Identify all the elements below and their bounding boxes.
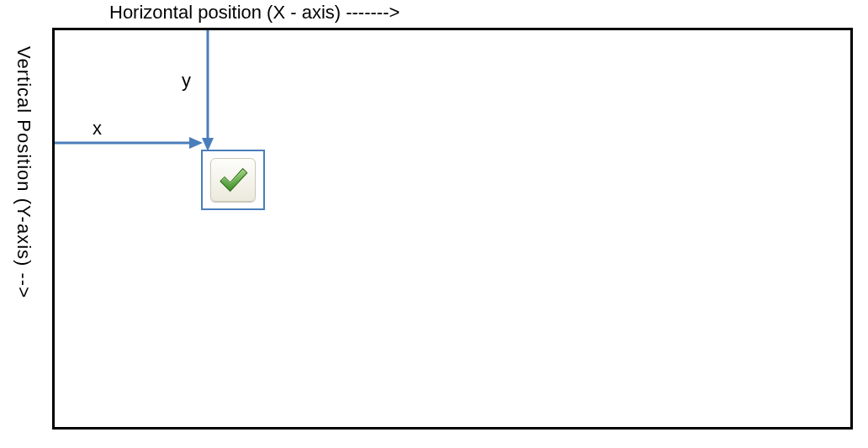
screen-region <box>52 28 853 430</box>
x-dimension-label: x <box>93 118 102 140</box>
y-axis-title: Vertical Position (Y-axis) --> <box>13 46 34 298</box>
x-axis-title: Horizontal position (X - axis) -------> <box>109 2 400 24</box>
y-dimension-label: y <box>182 70 191 92</box>
coordinate-diagram: Horizontal position (X - axis) -------> … <box>0 0 868 448</box>
positioned-widget <box>201 150 265 210</box>
check-button[interactable] <box>210 158 256 202</box>
check-icon <box>216 163 250 197</box>
